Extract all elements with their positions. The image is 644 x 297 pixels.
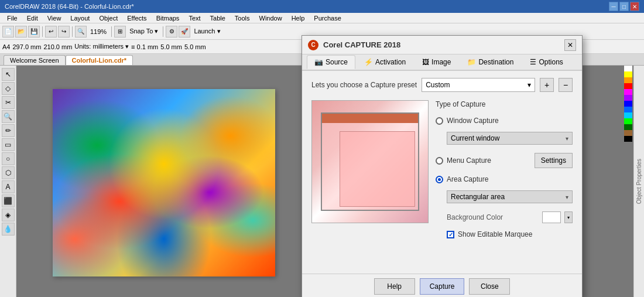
- size-h: 5.0 mm: [184, 43, 206, 50]
- dialog-tab-options[interactable]: ☰ Options: [522, 55, 570, 69]
- polygon-tool[interactable]: ⬡: [2, 166, 15, 179]
- capture-preview: [311, 100, 429, 223]
- window-capture-label: Window Capture: [447, 117, 499, 125]
- color-brown[interactable]: [624, 130, 632, 136]
- minimize-button[interactable]: ─: [609, 2, 618, 11]
- preset-add-button[interactable]: +: [540, 78, 554, 92]
- size-w: 5.0 mm: [160, 43, 182, 50]
- dialog-title: Corel CAPTURE 2018: [323, 40, 560, 49]
- launch-icon[interactable]: 🚀: [179, 26, 190, 37]
- menu-text[interactable]: Text: [184, 13, 205, 23]
- window-capture-radio[interactable]: [436, 117, 443, 125]
- eyedropper-tool[interactable]: 💧: [2, 223, 15, 235]
- menu-help[interactable]: Help: [287, 13, 310, 23]
- help-button[interactable]: Help: [374, 278, 415, 295]
- color-darkgreen[interactable]: [624, 124, 632, 130]
- preview-window-titlebar: [322, 114, 418, 123]
- menu-purchase[interactable]: Purchase: [309, 13, 345, 23]
- area-type-dropdown[interactable]: Rectangular area ▾: [447, 190, 573, 203]
- menu-edit[interactable]: Edit: [22, 13, 43, 23]
- maximize-button[interactable]: □: [619, 2, 629, 11]
- shape-tool[interactable]: ◇: [2, 82, 15, 95]
- settings-icon[interactable]: ⚙: [166, 26, 177, 37]
- redo-icon[interactable]: ↪: [58, 26, 70, 37]
- window-type-dropdown[interactable]: Current window ▾: [447, 132, 573, 145]
- color-magenta[interactable]: [624, 89, 632, 95]
- crop-tool[interactable]: ✂: [2, 96, 15, 109]
- snap-icon[interactable]: ⊞: [114, 26, 126, 37]
- preview-image: [312, 101, 428, 223]
- dialog-tab-destination[interactable]: 📁 Destination: [460, 55, 521, 69]
- preset-dropdown-arrow: ▾: [527, 81, 531, 89]
- menu-object[interactable]: Object: [94, 13, 122, 23]
- ellipse-tool[interactable]: ○: [2, 152, 15, 165]
- menu-effects[interactable]: Effects: [122, 13, 151, 23]
- color-purple[interactable]: [624, 95, 632, 101]
- window-type-value: Current window: [451, 134, 499, 142]
- menu-capture-settings-button[interactable]: Settings: [535, 153, 573, 168]
- dialog-tab-source[interactable]: 📷 Source: [307, 55, 355, 69]
- toolbar-separator-1: [42, 26, 43, 37]
- fill-tool[interactable]: ⬛: [2, 194, 15, 207]
- color-black[interactable]: [624, 136, 632, 142]
- menu-table[interactable]: Table: [205, 13, 230, 23]
- freehand-tool[interactable]: ✏: [2, 124, 15, 137]
- interactive-tool[interactable]: ◈: [2, 209, 15, 221]
- area-capture-radio[interactable]: [436, 176, 443, 183]
- area-dropdown-arrow: ▾: [566, 194, 568, 200]
- type-of-capture-label: Type of Capture: [436, 100, 573, 108]
- menu-file[interactable]: File: [2, 13, 22, 23]
- zoom-icon[interactable]: 🔍: [75, 26, 87, 37]
- preset-dropdown[interactable]: Custom ▾: [422, 78, 535, 92]
- color-yellow[interactable]: [624, 71, 632, 77]
- menu-layout[interactable]: Layout: [66, 13, 94, 23]
- save-icon[interactable]: 💾: [28, 26, 40, 37]
- preview-inner-content: [340, 131, 415, 207]
- capture-button[interactable]: Capture: [420, 278, 465, 295]
- menu-tools[interactable]: Tools: [230, 13, 255, 23]
- new-icon[interactable]: 📄: [2, 26, 14, 37]
- background-color-dropdown-arrow[interactable]: ▾: [564, 211, 573, 223]
- tab-welcome[interactable]: Welcome Screen: [4, 55, 66, 65]
- dialog-tabs: 📷 Source ⚡ Activation 🖼 Image 📁 Destinat…: [302, 54, 582, 71]
- dialog-close-button[interactable]: ✕: [564, 39, 576, 51]
- color-red[interactable]: [624, 83, 632, 89]
- menu-capture-radio[interactable]: [436, 157, 443, 165]
- app-titlebar: CorelDRAW 2018 (64-Bit) - Colorful-Lion.…: [0, 0, 644, 13]
- background-color-swatch[interactable]: [542, 211, 561, 223]
- open-icon[interactable]: 📂: [15, 26, 27, 37]
- undo-icon[interactable]: ↩: [45, 26, 57, 37]
- background-color-row: Background Color ▾: [447, 211, 573, 223]
- color-blue[interactable]: [624, 101, 632, 107]
- color-cyan[interactable]: [624, 112, 632, 118]
- color-cornblue[interactable]: [624, 107, 632, 112]
- preview-window-frame: [321, 112, 419, 211]
- menu-view[interactable]: View: [43, 13, 66, 23]
- menu-bitmaps[interactable]: Bitmaps: [152, 13, 184, 23]
- window-type-dropdown-row: Current window ▾: [447, 132, 573, 145]
- select-tool[interactable]: ↖: [2, 68, 15, 81]
- canvas-document: [41, 77, 304, 297]
- text-tool[interactable]: A: [2, 180, 15, 193]
- toolbar-separator-2: [72, 26, 73, 37]
- color-green[interactable]: [624, 118, 632, 124]
- menu-window[interactable]: Window: [255, 13, 287, 23]
- app-close-button[interactable]: ✕: [630, 2, 639, 11]
- window-capture-row: Window Capture: [436, 117, 573, 125]
- zoom-tool[interactable]: 🔍: [2, 110, 15, 123]
- capture-dialog: C Corel CAPTURE 2018 ✕ 📷 Source ⚡ Activa…: [302, 35, 583, 297]
- rectangle-tool[interactable]: ▭: [2, 138, 15, 151]
- close-button[interactable]: Close: [469, 278, 510, 295]
- color-orange[interactable]: [624, 77, 632, 83]
- show-editable-marquee-checkbox[interactable]: [447, 231, 454, 238]
- left-toolbox: ↖ ◇ ✂ 🔍 ✏ ▭ ○ ⬡ A ⬛ ◈ 💧: [0, 66, 16, 297]
- dialog-tab-activation[interactable]: ⚡ Activation: [357, 55, 413, 69]
- corel-icon-text: C: [311, 42, 315, 48]
- tab-document[interactable]: Colorful-Lion.cdr*: [66, 55, 133, 65]
- preset-remove-button[interactable]: −: [559, 78, 573, 92]
- dialog-content: Lets you choose a Capture preset Custom …: [302, 71, 582, 274]
- image-tab-label: Image: [431, 58, 451, 66]
- dialog-tab-image[interactable]: 🖼 Image: [415, 55, 458, 69]
- color-white[interactable]: [624, 66, 632, 71]
- capture-options: Type of Capture Window Capture Current w…: [436, 100, 573, 238]
